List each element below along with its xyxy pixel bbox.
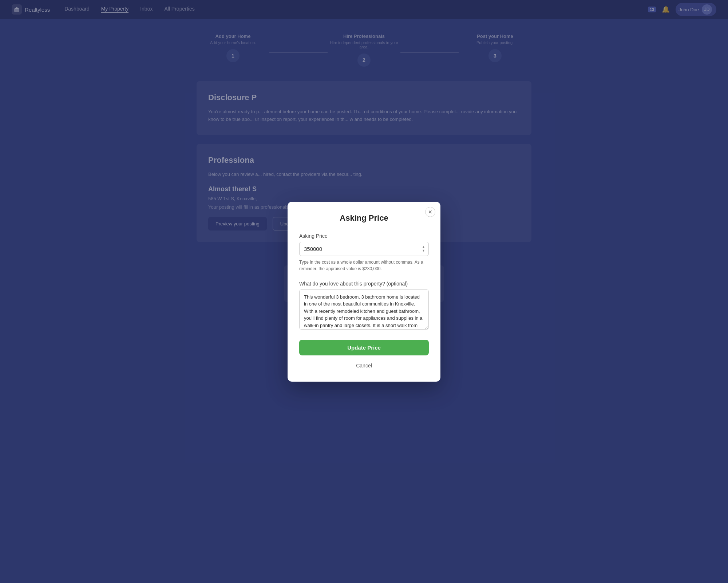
modal-overlay[interactable]: ✕ Asking Price Asking Price ▲ ▼ Type in …: [0, 0, 728, 583]
asking-price-modal: ✕ Asking Price Asking Price ▲ ▼ Type in …: [288, 202, 440, 382]
asking-price-input-wrap: ▲ ▼: [299, 242, 429, 256]
asking-price-hint: Type in the cost as a whole dollar amoun…: [299, 259, 429, 272]
modal-close-button[interactable]: ✕: [425, 207, 435, 217]
asking-price-label: Asking Price: [299, 233, 429, 239]
optional-label: What do you love about this property? (o…: [299, 281, 429, 287]
property-description-textarea[interactable]: This wonderful 3 bedroom, 3 bathroom hom…: [299, 289, 429, 330]
spinner-arrows[interactable]: ▲ ▼: [422, 245, 425, 252]
asking-price-input[interactable]: [299, 242, 429, 256]
cancel-button[interactable]: Cancel: [299, 361, 429, 370]
arrow-down-icon: ▼: [422, 249, 425, 252]
update-price-button[interactable]: Update Price: [299, 340, 429, 355]
modal-title: Asking Price: [299, 213, 429, 223]
arrow-up-icon: ▲: [422, 245, 425, 249]
